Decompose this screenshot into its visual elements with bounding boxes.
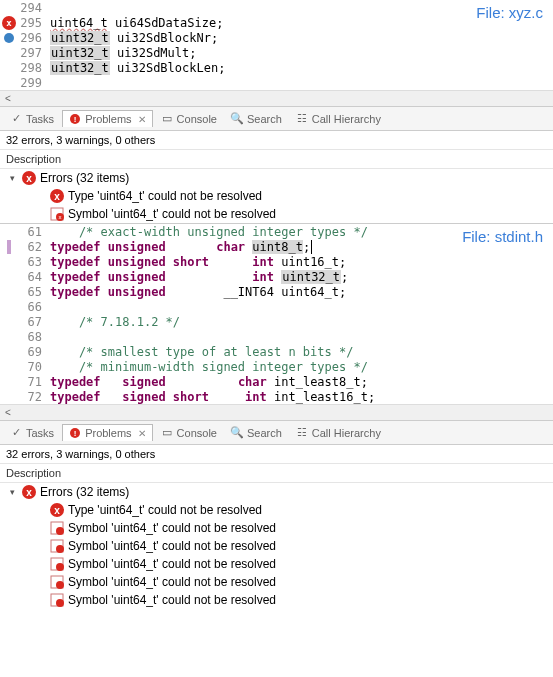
close-icon[interactable]: ✕ — [138, 428, 146, 439]
tab-label: Console — [177, 427, 217, 439]
line-number: 298 — [18, 61, 50, 75]
code-content: uint32_t ui32SdBlockLen; — [50, 61, 553, 75]
tree-problem-item[interactable]: xType 'uint64_t' could not be resolved — [0, 501, 553, 519]
description-column-header[interactable]: Description — [0, 463, 553, 483]
line-number: 296 — [18, 31, 50, 45]
warning-icon: x — [50, 207, 64, 221]
code-line[interactable]: 294 — [0, 0, 553, 15]
tab-label: Problems — [85, 427, 131, 439]
svg-point-12 — [56, 599, 64, 607]
views-tabbar-2: ✓Tasks !Problems✕ ▭Console 🔍Search ☷Call… — [0, 421, 553, 445]
change-marker-icon — [7, 240, 11, 254]
code-line[interactable]: x 295 uint64_t ui64SdDataSize; — [0, 15, 553, 30]
problem-text: Symbol 'uint64_t' could not be resolved — [68, 575, 276, 589]
line-number: 68 — [18, 330, 50, 344]
editor-pane-2: File: stdint.h 61 /* exact-width unsigne… — [0, 223, 553, 421]
tree-group-errors[interactable]: ▾ x Errors (32 items) — [0, 483, 553, 501]
tree-problem-item[interactable]: x Symbol 'uint64_t' could not be resolve… — [0, 205, 553, 223]
code-line[interactable]: 67 /* 7.18.1.2 */ — [0, 314, 553, 329]
problems-icon: ! — [69, 113, 81, 125]
gutter-breakpoint[interactable] — [0, 33, 18, 43]
tree-group-errors[interactable]: ▾ x Errors (32 items) — [0, 169, 553, 187]
line-number: 67 — [18, 315, 50, 329]
code-line[interactable]: 72typedef signed short int int_least16_t… — [0, 389, 553, 404]
line-number: 64 — [18, 270, 50, 284]
scroll-left-icon[interactable]: < — [0, 91, 16, 107]
tab-tasks[interactable]: ✓Tasks — [4, 425, 60, 441]
problem-text: Symbol 'uint64_t' could not be resolved — [68, 557, 276, 571]
gutter-error[interactable]: x — [0, 16, 18, 30]
error-icon: x — [22, 485, 36, 499]
close-icon[interactable]: ✕ — [138, 114, 146, 125]
tree-problem-item[interactable]: x Type 'uint64_t' could not be resolved — [0, 187, 553, 205]
code-content: typedef signed short int int_least16_t; — [50, 390, 553, 404]
search-icon: 🔍 — [231, 113, 243, 125]
chevron-down-icon[interactable]: ▾ — [6, 173, 18, 183]
tasks-icon: ✓ — [10, 113, 22, 125]
code-line[interactable]: 71typedef signed char int_least8_t; — [0, 374, 553, 389]
error-icon: x — [22, 171, 36, 185]
group-label: Errors (32 items) — [40, 485, 129, 499]
tab-callhierarchy[interactable]: ☷Call Hierarchy — [290, 425, 387, 441]
tasks-icon: ✓ — [10, 427, 22, 439]
line-number: 62 — [18, 240, 50, 254]
svg-text:x: x — [59, 214, 62, 220]
problems-icon: ! — [69, 427, 81, 439]
svg-point-8 — [56, 563, 64, 571]
code-line[interactable]: 298 uint32_t ui32SdBlockLen; — [0, 60, 553, 75]
warning-icon — [50, 593, 64, 607]
tree-problem-item[interactable]: Symbol 'uint64_t' could not be resolved — [0, 591, 553, 609]
code-content: uint32_t ui32SdMult; — [50, 46, 553, 60]
line-number: 72 — [18, 390, 50, 404]
error-marker-icon: x — [2, 16, 16, 30]
group-label: Errors (32 items) — [40, 171, 129, 185]
tab-console[interactable]: ▭Console — [155, 425, 223, 441]
code-line[interactable]: 68 — [0, 329, 553, 344]
line-number: 71 — [18, 375, 50, 389]
tab-problems[interactable]: !Problems✕ — [62, 110, 152, 127]
code-line[interactable]: 70 /* minimum-width signed integer types… — [0, 359, 553, 374]
line-number: 65 — [18, 285, 50, 299]
description-column-header[interactable]: Description — [0, 149, 553, 169]
tab-label: Problems — [85, 113, 131, 125]
tab-label: Call Hierarchy — [312, 113, 381, 125]
code-line[interactable]: 64typedef unsigned int uint32_t; — [0, 269, 553, 284]
tree-problem-item[interactable]: Symbol 'uint64_t' could not be resolved — [0, 519, 553, 537]
tab-label: Search — [247, 427, 282, 439]
tab-label: Console — [177, 113, 217, 125]
chevron-down-icon[interactable]: ▾ — [6, 487, 18, 497]
code-line[interactable]: 65typedef unsigned __INT64 uint64_t; — [0, 284, 553, 299]
code-content: uint32_t ui32SdBlockNr; — [50, 31, 553, 45]
line-number: 294 — [18, 1, 50, 15]
problem-text: Type 'uint64_t' could not be resolved — [68, 189, 262, 203]
horizontal-scrollbar[interactable]: < — [0, 404, 553, 420]
code-line[interactable]: 299 — [0, 75, 553, 90]
error-icon: x — [50, 189, 64, 203]
code-line[interactable]: 69 /* smallest type of at least n bits *… — [0, 344, 553, 359]
code-line[interactable]: 296 uint32_t ui32SdBlockNr; — [0, 30, 553, 45]
tree-problem-item[interactable]: Symbol 'uint64_t' could not be resolved — [0, 555, 553, 573]
breakpoint-icon — [4, 33, 14, 43]
tab-search[interactable]: 🔍Search — [225, 425, 288, 441]
svg-point-6 — [56, 545, 64, 553]
warning-icon — [50, 557, 64, 571]
code-content: typedef signed char int_least8_t; — [50, 375, 553, 389]
code-line[interactable]: 63typedef unsigned short int uint16_t; — [0, 254, 553, 269]
code-line[interactable]: 66 — [0, 299, 553, 314]
console-icon: ▭ — [161, 427, 173, 439]
tab-problems[interactable]: !Problems✕ — [62, 424, 152, 441]
tree-problem-item[interactable]: Symbol 'uint64_t' could not be resolved — [0, 573, 553, 591]
tab-search[interactable]: 🔍Search — [225, 111, 288, 127]
horizontal-scrollbar[interactable]: < — [0, 90, 553, 106]
tab-tasks[interactable]: ✓Tasks — [4, 111, 60, 127]
tab-callhierarchy[interactable]: ☷Call Hierarchy — [290, 111, 387, 127]
console-icon: ▭ — [161, 113, 173, 125]
problems-summary: 32 errors, 3 warnings, 0 others — [0, 445, 553, 463]
hierarchy-icon: ☷ — [296, 427, 308, 439]
tab-console[interactable]: ▭Console — [155, 111, 223, 127]
scroll-left-icon[interactable]: < — [0, 405, 16, 421]
code-line[interactable]: 297 uint32_t ui32SdMult; — [0, 45, 553, 60]
line-number: 61 — [18, 225, 50, 239]
problem-text: Symbol 'uint64_t' could not be resolved — [68, 539, 276, 553]
tree-problem-item[interactable]: Symbol 'uint64_t' could not be resolved — [0, 537, 553, 555]
